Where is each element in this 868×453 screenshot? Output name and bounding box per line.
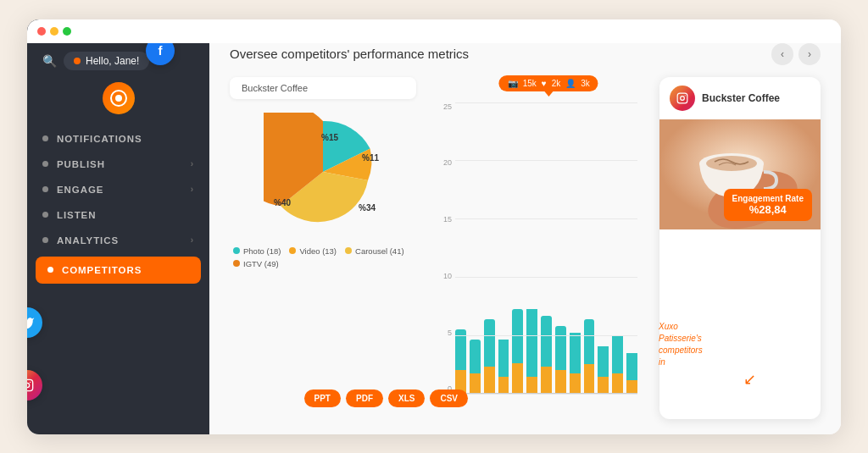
card-image: Engagement Rate %28,84: [659, 119, 821, 229]
chevron-icon: ›: [191, 159, 194, 168]
legend-item-igtv: IGTV (49): [233, 259, 279, 268]
prev-button[interactable]: ‹: [771, 43, 793, 65]
bar-group: [498, 333, 509, 394]
bar-group: [612, 333, 623, 394]
user-chip: Hello, Jane!: [64, 52, 149, 70]
engagement-badge: Engagement Rate %28,84: [724, 189, 812, 221]
main-header: Oversee competitors' performance metrics…: [230, 43, 821, 65]
chart-legend: Photo (18) Video (13) Carousel (41) IGTV…: [230, 246, 416, 268]
svg-point-1: [115, 95, 122, 102]
y-label: 20: [443, 158, 452, 167]
left-panel: Buckster Coffee %15 %11 %34: [230, 77, 416, 419]
grid-line: [455, 102, 637, 103]
x-axis-line: [455, 393, 637, 394]
main-content: Oversee competitors' performance metrics…: [209, 19, 841, 434]
svg-rect-5: [677, 93, 687, 103]
nav-dot: [42, 161, 48, 167]
y-label: 15: [443, 215, 452, 224]
content-row: Buckster Coffee %15 %11 %34: [230, 77, 821, 419]
legend-label-video: Video (13): [299, 246, 337, 256]
chevron-icon: ›: [191, 185, 194, 194]
nav-label-analytics: ANALYTICS: [57, 235, 119, 246]
bar-group: [541, 316, 552, 394]
bar-group: [470, 340, 481, 394]
y-label: 10: [443, 272, 452, 280]
engagement-value: %28,84: [732, 203, 804, 216]
pie-label-15: %15: [321, 133, 338, 142]
search-icon[interactable]: 🔍: [42, 54, 57, 68]
legend-item-photo: Photo (18): [233, 246, 281, 256]
legend-dot-video: [289, 247, 296, 254]
svg-point-7: [685, 95, 686, 96]
sidebar-item-competitors[interactable]: COMPETITORS: [36, 257, 201, 284]
bar-group: [626, 346, 637, 394]
tooltip-likes: 2k: [552, 79, 561, 88]
legend-dot-igtv: [233, 260, 240, 267]
sidebar: 🔍 Hello, Jane! NOTIFICATIONS PUBLISH: [27, 19, 209, 434]
nav-label-engage: ENGAGE: [57, 185, 103, 195]
title-bar: [27, 19, 841, 43]
nav-arrows: ‹ ›: [771, 43, 821, 65]
page-title: Oversee competitors' performance metrics: [230, 47, 469, 61]
legend-label-carousel: Carousel (41): [355, 246, 404, 256]
twitter-icon[interactable]: [27, 307, 42, 338]
bar-chart-area: 25 20 15 10 5 0 📷 15k ♥ 2k 👤 3k: [430, 77, 646, 419]
user-greeting: Hello, Jane!: [86, 55, 139, 67]
close-dot[interactable]: [37, 27, 46, 36]
annotation-arrow-icon: ↙: [743, 370, 756, 389]
nav-label-listen: LISTEN: [57, 210, 96, 220]
legend-label-igtv: IGTV (49): [243, 259, 279, 268]
tooltip-followers: 15k: [523, 79, 537, 88]
card-name: Buckster Coffee: [702, 92, 780, 104]
instagram-icon[interactable]: [27, 370, 42, 401]
grid-line: [455, 394, 637, 395]
card-header: Buckster Coffee: [659, 77, 821, 119]
sidebar-logo: [27, 75, 209, 126]
sidebar-item-notifications[interactable]: NOTIFICATIONS: [27, 126, 209, 152]
bar-group: [455, 329, 466, 394]
legend-item-video: Video (13): [289, 246, 337, 256]
chevron-icon: ›: [191, 235, 194, 245]
engagement-label: Engagement Rate: [732, 194, 804, 203]
svg-rect-2: [27, 379, 33, 390]
grid-line: [455, 160, 637, 161]
svg-point-3: [27, 383, 30, 387]
y-axis: 25 20 15 10 5 0: [430, 77, 455, 394]
bar-group: [570, 329, 581, 394]
tooltip-icon-likes: ♥: [542, 79, 547, 88]
nav-dot: [42, 186, 48, 192]
legend-dot-photo: [233, 247, 240, 254]
svg-point-4: [30, 381, 31, 382]
chart-tooltip: 📷 15k ♥ 2k 👤 3k: [499, 75, 598, 91]
export-pdf-button[interactable]: PDF: [346, 389, 383, 407]
legend-item-carousel: Carousel (41): [345, 246, 404, 256]
annotation-text: Xuxo Patisserie's competitors in: [659, 321, 703, 368]
sidebar-item-listen[interactable]: LISTEN: [27, 202, 209, 228]
nav-dot: [42, 135, 48, 141]
export-buttons: PPT PDF XLS CSV: [304, 389, 468, 407]
app-logo: [103, 82, 135, 114]
sidebar-item-analytics[interactable]: ANALYTICS ›: [27, 228, 209, 253]
tooltip-users: 3k: [581, 79, 590, 88]
maximize-dot[interactable]: [63, 27, 71, 36]
bar-group: [512, 309, 523, 394]
svg-point-6: [681, 96, 685, 100]
bar-group: [526, 292, 537, 394]
tooltip-icon-followers: 📷: [508, 79, 518, 88]
nav-dot: [42, 212, 48, 218]
pie-label-34: %34: [359, 203, 376, 213]
y-label: 25: [443, 102, 452, 111]
sidebar-nav: NOTIFICATIONS PUBLISH › ENGAGE › LISTEN …: [27, 126, 209, 434]
pie-label-40: %40: [274, 198, 291, 207]
card-logo: [670, 86, 695, 111]
pie-label-11: %11: [362, 153, 379, 163]
legend-dot-carousel: [345, 247, 352, 254]
export-ppt-button[interactable]: PPT: [304, 389, 341, 407]
export-csv-button[interactable]: CSV: [430, 389, 468, 407]
sidebar-item-publish[interactable]: PUBLISH ›: [27, 152, 209, 177]
bar-group: [598, 343, 609, 394]
minimize-dot[interactable]: [50, 27, 58, 36]
sidebar-item-engage[interactable]: ENGAGE ›: [27, 177, 209, 202]
next-button[interactable]: ›: [798, 43, 821, 65]
export-xls-button[interactable]: XLS: [388, 389, 425, 407]
